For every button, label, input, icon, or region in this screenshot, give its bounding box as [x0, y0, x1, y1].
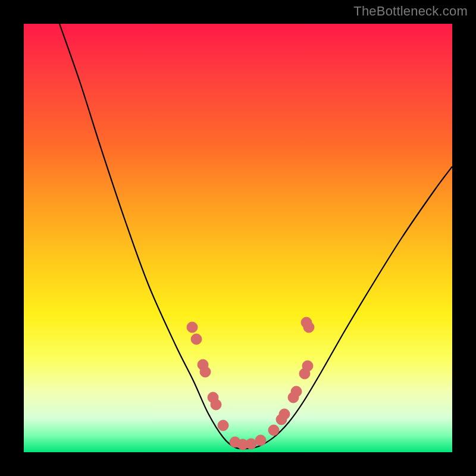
data-dot	[268, 425, 279, 436]
data-dot	[302, 361, 313, 371]
data-dot	[191, 334, 202, 345]
data-dots	[187, 317, 314, 450]
data-dot	[218, 420, 228, 431]
chart-overlay	[24, 24, 452, 452]
bottleneck-curve	[60, 24, 452, 449]
data-dot	[303, 322, 314, 333]
chart-frame: TheBottleneck.com	[0, 0, 476, 476]
data-dot	[211, 399, 221, 410]
plot-area	[24, 24, 452, 452]
data-dot	[246, 439, 256, 449]
data-dot	[279, 409, 290, 419]
watermark-text: TheBottleneck.com	[353, 4, 468, 19]
data-dot	[200, 367, 211, 377]
data-dot	[291, 386, 302, 397]
data-dot	[187, 322, 198, 333]
data-dot	[255, 435, 266, 446]
